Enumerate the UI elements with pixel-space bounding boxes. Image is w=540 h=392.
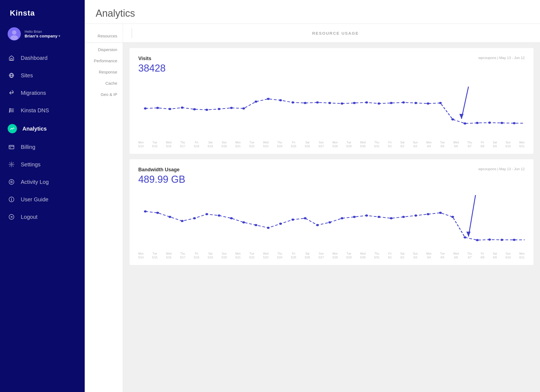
svg-point-34 xyxy=(414,102,417,104)
svg-point-14 xyxy=(169,108,171,110)
svg-point-41 xyxy=(500,122,503,124)
content-area: Resources Dispersion Performance Respons… xyxy=(85,24,540,392)
sidebar-item-label: Dashboard xyxy=(21,55,48,61)
svg-point-16 xyxy=(193,108,196,110)
migrations-icon xyxy=(8,89,15,97)
sidebar-item-user-guide[interactable]: User Guide xyxy=(0,191,85,208)
page-header: Analytics xyxy=(85,0,540,24)
svg-point-31 xyxy=(377,102,380,105)
svg-point-46 xyxy=(156,212,159,214)
sidebar-item-label: User Guide xyxy=(21,196,48,203)
sub-nav-performance[interactable]: Performance xyxy=(85,55,123,66)
sub-nav-geo-ip[interactable]: Geo & IP xyxy=(85,89,123,100)
sidebar-item-sites[interactable]: Sites xyxy=(0,67,85,84)
svg-point-24 xyxy=(291,101,294,104)
svg-point-52 xyxy=(230,217,233,219)
svg-point-74 xyxy=(500,239,503,241)
svg-point-55 xyxy=(267,227,269,229)
svg-point-15 xyxy=(181,107,184,109)
svg-point-12 xyxy=(144,107,147,110)
svg-point-72 xyxy=(476,239,479,241)
chart-meta: wpcoupons | May 13 - Jun 12 xyxy=(478,56,525,60)
sidebar-item-label: Logout xyxy=(21,214,37,220)
svg-point-73 xyxy=(488,238,491,241)
svg-point-60 xyxy=(328,221,331,223)
svg-point-58 xyxy=(304,217,306,219)
svg-point-36 xyxy=(439,102,442,104)
sidebar-item-label: Kinsta DNS xyxy=(21,107,49,114)
svg-point-59 xyxy=(316,224,319,226)
svg-point-26 xyxy=(316,101,319,104)
svg-point-28 xyxy=(341,102,343,105)
logo: Kinsta xyxy=(0,0,85,24)
svg-point-50 xyxy=(206,213,208,215)
chart-label: Visits xyxy=(138,56,151,61)
svg-rect-6 xyxy=(10,148,11,148)
chart-value: 38428 xyxy=(138,63,525,74)
svg-point-29 xyxy=(353,102,356,104)
sidebar-item-migrations[interactable]: Migrations xyxy=(0,84,85,102)
sidebar-item-logout[interactable]: Logout xyxy=(0,208,85,226)
logout-icon xyxy=(8,213,15,221)
svg-point-63 xyxy=(365,214,368,217)
sub-nav-dispersion[interactable]: Dispersion xyxy=(85,44,123,55)
visits-chart: .chart-line { fill: none; stroke: #4040c… xyxy=(138,78,525,138)
svg-point-65 xyxy=(390,217,392,219)
sub-nav-response[interactable]: Response xyxy=(85,66,123,78)
user-info: Hello Brian Brian's company ▾ xyxy=(25,30,77,38)
svg-point-40 xyxy=(488,122,491,124)
sub-nav-divider xyxy=(85,43,123,43)
analytics-icon xyxy=(8,124,17,133)
dns-icon xyxy=(8,107,15,114)
svg-point-25 xyxy=(304,102,306,104)
svg-point-38 xyxy=(463,122,466,125)
chevron-down-icon: ▾ xyxy=(58,34,60,38)
svg-point-49 xyxy=(193,217,196,219)
sidebar-item-label: Settings xyxy=(21,161,40,168)
svg-point-23 xyxy=(279,99,282,101)
svg-marker-77 xyxy=(466,232,471,237)
divider-line xyxy=(132,28,132,38)
svg-point-35 xyxy=(427,102,429,105)
chart-header: Bandwidth Usage wpcoupons | May 13 - Jun… xyxy=(138,167,525,173)
sidebar-item-activity-log[interactable]: Activity Log xyxy=(0,173,85,191)
svg-line-76 xyxy=(468,195,476,237)
svg-point-27 xyxy=(328,102,331,104)
svg-point-17 xyxy=(206,109,208,111)
resource-usage-header: RESOURCE USAGE xyxy=(123,24,540,43)
sidebar-item-analytics[interactable]: Analytics xyxy=(0,119,85,138)
main-content: Analytics Resources Dispersion Performan… xyxy=(85,0,540,392)
sidebar-item-label: Activity Log xyxy=(21,179,49,185)
sub-nav-cache[interactable]: Cache xyxy=(85,78,123,89)
svg-point-39 xyxy=(476,122,479,124)
svg-rect-3 xyxy=(11,58,12,60)
resource-usage-title: RESOURCE USAGE xyxy=(140,31,531,36)
sidebar-item-kinsta-dns[interactable]: Kinsta DNS xyxy=(0,102,85,119)
svg-point-22 xyxy=(267,98,269,100)
sidebar-item-dashboard[interactable]: Dashboard xyxy=(0,49,85,67)
billing-icon xyxy=(8,143,15,151)
chart-header: Visits wpcoupons | May 13 - Jun 12 xyxy=(138,56,525,61)
svg-point-18 xyxy=(218,108,221,110)
svg-point-37 xyxy=(451,118,454,120)
user-profile[interactable]: Hello Brian Brian's company ▾ xyxy=(0,24,85,47)
svg-point-47 xyxy=(169,216,171,218)
home-icon xyxy=(8,54,15,62)
sub-nav-resources[interactable]: Resources xyxy=(85,30,123,42)
sidebar-item-billing[interactable]: Billing xyxy=(0,138,85,156)
svg-point-7 xyxy=(11,164,12,165)
svg-point-45 xyxy=(144,210,147,213)
svg-point-71 xyxy=(463,236,466,238)
svg-point-9 xyxy=(11,181,12,183)
sidebar-item-label: Analytics xyxy=(22,126,47,132)
svg-point-53 xyxy=(242,221,245,223)
chart-label: Bandwidth Usage xyxy=(138,167,180,173)
svg-point-2 xyxy=(10,35,18,40)
bandwidth-chart-card: Bandwidth Usage wpcoupons | May 13 - Jun… xyxy=(130,159,533,265)
sidebar-item-settings[interactable]: Settings xyxy=(0,156,85,173)
sites-icon xyxy=(8,72,15,79)
svg-point-75 xyxy=(513,239,515,241)
chart-dates: Mon5/14 Tue5/15 Wed5/16 Thu5/17 Fri5/18 … xyxy=(138,138,525,148)
sidebar-item-label: Billing xyxy=(21,144,35,150)
bandwidth-chart: .chart-line2 { fill: none; stroke: #4040… xyxy=(138,190,525,250)
